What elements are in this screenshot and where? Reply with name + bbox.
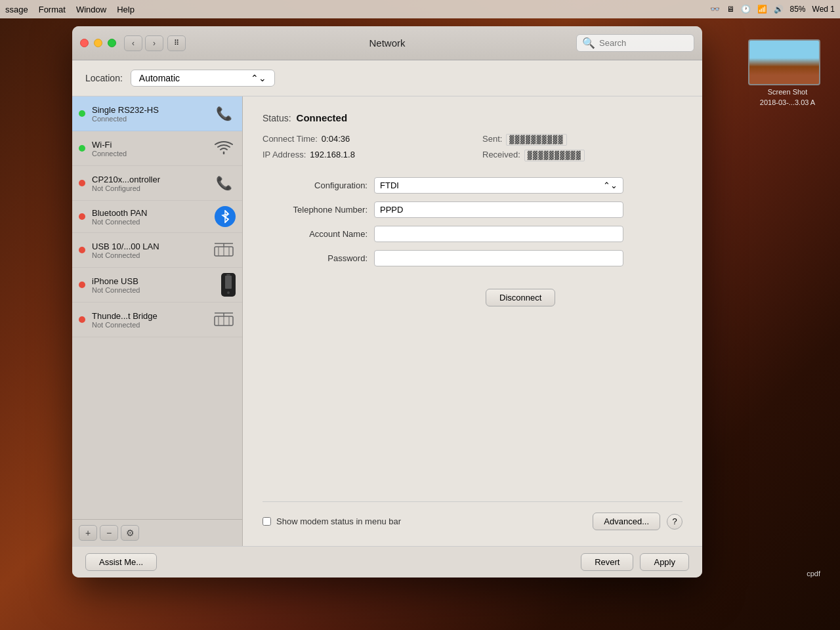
sidebar-item-status-iphone: Not Connected: [92, 286, 215, 294]
status-dot-iphone: [79, 282, 85, 288]
search-icon: 🔍: [582, 37, 595, 49]
location-value: Automatic: [139, 73, 180, 83]
screenshot-thumbnail-panel: Screen Shot 2018-03-...3.03 A: [748, 39, 827, 106]
telephone-input[interactable]: [374, 201, 623, 218]
menu-item-message[interactable]: ssage: [5, 5, 28, 14]
revert-button[interactable]: Revert: [581, 553, 633, 571]
sidebar-item-cp210x[interactable]: CP210x...ontroller Not Configured 📞: [72, 166, 242, 201]
show-modem-checkbox[interactable]: [262, 517, 271, 526]
iphone-icon: [221, 273, 236, 297]
status-dot-wifi: [79, 145, 85, 152]
configuration-label: Configuration:: [262, 180, 368, 190]
sidebar-item-name-iphone: iPhone USB: [92, 276, 215, 286]
settings-button[interactable]: ⚙: [121, 525, 139, 541]
sidebar-item-status-cp210x: Not Configured: [92, 184, 205, 192]
account-input[interactable]: [374, 226, 623, 242]
sidebar-item-iphone-usb[interactable]: iPhone USB Not Connected: [72, 268, 242, 303]
assist-me-button[interactable]: Assist Me...: [85, 553, 157, 571]
screenshot-label: Screen Shot: [748, 88, 827, 96]
window-title: Network: [369, 37, 405, 49]
menu-item-format[interactable]: Format: [39, 5, 66, 14]
wifi-icon: 📶: [757, 5, 767, 14]
bluetooth-icon: [215, 206, 236, 227]
info-grid: Connect Time: 0:04:36 Sent: ▓▓▓▓▓▓▓▓▓▓ I…: [262, 134, 682, 161]
sidebar-item-info-iphone: iPhone USB Not Connected: [92, 276, 215, 294]
search-input[interactable]: [599, 38, 688, 48]
menubar: ssage Format Window Help 👓 🖥 🕐 📶 🔊 85% W…: [0, 0, 840, 18]
location-select[interactable]: Automatic ⌃⌄: [131, 70, 275, 87]
configuration-value: FTDI: [380, 180, 399, 190]
location-label: Location:: [85, 73, 123, 83]
svg-rect-7: [225, 276, 232, 289]
grid-button[interactable]: ⠿: [167, 35, 186, 51]
menubar-time: Wed 1: [812, 5, 835, 14]
sidebar-item-usb-lan[interactable]: USB 10/...00 LAN Not Connected: [72, 233, 242, 268]
search-box[interactable]: 🔍: [576, 34, 694, 52]
sidebar-item-name-bluetooth: Bluetooth PAN: [92, 208, 208, 218]
sent-item: Sent: ▓▓▓▓▓▓▓▓▓▓: [482, 134, 682, 146]
ip-address-label: IP Address:: [262, 150, 306, 161]
sidebar-item-status-thunderbolt: Not Connected: [92, 321, 205, 329]
password-row: Password:: [262, 250, 682, 266]
menu-item-help[interactable]: Help: [117, 5, 135, 14]
password-input[interactable]: [374, 250, 623, 266]
menubar-right: 👓 🖥 🕐 📶 🔊 85% Wed 1: [710, 5, 835, 14]
minimize-button[interactable]: [94, 39, 102, 47]
show-modem-text: Show modem status in menu bar: [276, 516, 401, 526]
sidebar-item-name-usb-lan: USB 10/...00 LAN: [92, 242, 205, 251]
window-content: Location: Automatic ⌃⌄ Single RS232-HS C…: [72, 60, 702, 578]
back-button[interactable]: ‹: [124, 35, 142, 51]
help-button[interactable]: ?: [667, 514, 682, 530]
configuration-row: Configuration: FTDI ⌃⌄: [262, 177, 682, 194]
status-dot-thunderbolt: [79, 316, 85, 323]
sent-value: ▓▓▓▓▓▓▓▓▓▓: [506, 134, 566, 146]
sidebar-item-info-cp210x: CP210x...ontroller Not Configured: [92, 175, 205, 192]
configuration-chevron-icon: ⌃⌄: [603, 180, 618, 190]
connect-time-value: 0:04:36: [322, 134, 350, 146]
network-sidebar: Single RS232-HS Connected 📞 Wi-Fi Connec…: [72, 96, 243, 546]
sidebar-item-name-rs232: Single RS232-HS: [92, 105, 205, 115]
disconnect-button[interactable]: Disconnect: [486, 289, 555, 306]
sidebar-item-info-rs232: Single RS232-HS Connected: [92, 105, 205, 123]
show-modem-label[interactable]: Show modem status in menu bar: [262, 516, 401, 526]
received-item: Received: ▓▓▓▓▓▓▓▓▓▓: [482, 150, 682, 161]
traffic-lights: [80, 39, 116, 47]
sidebar-item-thunderbolt[interactable]: Thunde...t Bridge Not Connected: [72, 303, 242, 337]
status-label: Status:: [262, 113, 291, 123]
telephone-control: [374, 201, 623, 218]
close-button[interactable]: [80, 39, 89, 47]
phone-icon-rs232: 📞: [212, 102, 236, 125]
sidebar-item-name-wifi: Wi-Fi: [92, 140, 205, 150]
sidebar-item-status-bluetooth: Not Connected: [92, 218, 208, 226]
ip-address-item: IP Address: 192.168.1.8: [262, 150, 463, 161]
wifi-icon-sidebar: [212, 136, 236, 160]
usb-lan-icon: [212, 238, 236, 262]
forward-button[interactable]: ›: [145, 35, 163, 51]
sent-label: Sent:: [482, 134, 502, 146]
add-service-button[interactable]: +: [79, 525, 97, 541]
bottom-options: Show modem status in menu bar Advanced..…: [262, 501, 682, 530]
detail-pane: Status: Connected Connect Time: 0:04:36 …: [243, 96, 702, 546]
nav-buttons: ‹ ›: [124, 35, 163, 51]
advanced-button[interactable]: Advanced...: [593, 513, 660, 530]
screenshot-thumbnail[interactable]: [748, 39, 820, 85]
sidebar-item-info-thunderbolt: Thunde...t Bridge Not Connected: [92, 311, 205, 329]
sidebar-item-wifi[interactable]: Wi-Fi Connected: [72, 131, 242, 166]
menu-item-window[interactable]: Window: [76, 5, 106, 14]
maximize-button[interactable]: [108, 39, 116, 47]
sidebar-item-bluetooth[interactable]: Bluetooth PAN Not Connected: [72, 201, 242, 233]
apply-button[interactable]: Apply: [640, 553, 689, 571]
password-label: Password:: [262, 253, 368, 263]
sidebar-item-status-wifi: Connected: [92, 150, 205, 158]
connect-time-item: Connect Time: 0:04:36: [262, 134, 463, 146]
sidebar-item-rs232[interactable]: Single RS232-HS Connected 📞: [72, 96, 242, 131]
clock-icon: 🕐: [741, 5, 751, 14]
configuration-select[interactable]: FTDI ⌃⌄: [374, 177, 623, 194]
battery-level: 85%: [790, 5, 806, 14]
network-preferences-window: ‹ › ⠿ Network 🔍 Location: Automatic ⌃⌄: [72, 26, 702, 578]
remove-service-button[interactable]: −: [100, 525, 118, 541]
sidebar-item-info-wifi: Wi-Fi Connected: [92, 140, 205, 158]
sidebar-item-info-usb-lan: USB 10/...00 LAN Not Connected: [92, 242, 205, 259]
sidebar-footer: + − ⚙: [72, 519, 242, 546]
sidebar-item-status-rs232: Connected: [92, 115, 205, 123]
